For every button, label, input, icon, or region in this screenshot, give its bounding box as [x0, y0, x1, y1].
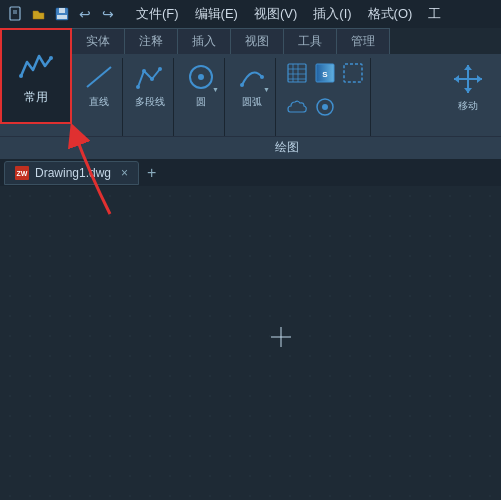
- gradient-btn[interactable]: S: [312, 60, 338, 90]
- svg-point-10: [142, 69, 146, 73]
- menu-more[interactable]: 工: [420, 3, 449, 25]
- svg-point-7: [49, 56, 53, 60]
- doc-tab-icon: ZW: [15, 166, 29, 180]
- svg-point-16: [260, 75, 264, 79]
- svg-rect-5: [57, 15, 67, 19]
- menu-format[interactable]: 格式(O): [360, 3, 421, 25]
- extra-tools-group: S: [280, 58, 371, 136]
- undo-icon[interactable]: ↩: [75, 4, 95, 24]
- svg-rect-25: [344, 64, 362, 82]
- move-tool-group: 移动: [439, 58, 497, 136]
- active-tool-panel: 常用: [0, 28, 72, 124]
- menu-insert[interactable]: 插入(I): [305, 3, 359, 25]
- menu-file[interactable]: 文件(F): [128, 3, 187, 25]
- circle-tool-group: ▼ 圆: [178, 58, 225, 136]
- hatch-btn[interactable]: [284, 60, 310, 90]
- svg-point-27: [322, 104, 328, 110]
- boundary-btn[interactable]: [340, 60, 366, 90]
- line-tool-btn[interactable]: 直线: [80, 58, 118, 112]
- menu-edit[interactable]: 编辑(E): [187, 3, 246, 25]
- svg-text:S: S: [322, 70, 328, 79]
- tab-view[interactable]: 视图: [231, 28, 284, 54]
- tab-insert[interactable]: 插入: [178, 28, 231, 54]
- tab-annotation[interactable]: 注释: [125, 28, 178, 54]
- svg-point-14: [198, 74, 204, 80]
- active-tool-label: 常用: [24, 89, 48, 106]
- circle-tool-btn[interactable]: ▼ 圆: [182, 58, 220, 112]
- section-label: 绘图: [0, 136, 501, 160]
- line-tool-group: 直线: [80, 58, 123, 136]
- ribbon-content: 直线 多段线: [72, 54, 501, 136]
- svg-rect-4: [59, 8, 65, 13]
- svg-point-11: [150, 77, 154, 81]
- save-icon[interactable]: [52, 4, 72, 24]
- tab-solids[interactable]: 实体: [72, 28, 125, 54]
- polyline-tool-btn[interactable]: 多段线: [131, 58, 169, 112]
- new-icon[interactable]: [6, 4, 26, 24]
- polyline-tool-group: 多段线: [127, 58, 174, 136]
- svg-line-8: [87, 67, 111, 87]
- tab-tools[interactable]: 工具: [284, 28, 337, 54]
- active-tool-icon: [16, 47, 56, 87]
- menu-view[interactable]: 视图(V): [246, 3, 305, 25]
- doc-tab-close[interactable]: ×: [121, 166, 128, 180]
- doc-tab-name: Drawing1.dwg: [35, 166, 111, 180]
- move-tool-btn[interactable]: 移动: [447, 58, 489, 116]
- menu-bar: 文件(F) 编辑(E) 视图(V) 插入(I) 格式(O) 工: [128, 0, 449, 28]
- arc-tool-group: ▼ 圆弧: [229, 58, 276, 136]
- arc-tool-btn[interactable]: ▼ 圆弧: [233, 58, 271, 112]
- open-icon[interactable]: [29, 4, 49, 24]
- tab-row: 实体 注释 插入 视图 工具 管理: [72, 28, 390, 54]
- canvas-grid: [0, 186, 501, 500]
- svg-point-15: [240, 83, 244, 87]
- donut-btn[interactable]: [312, 94, 338, 124]
- canvas-area[interactable]: [0, 186, 501, 500]
- svg-point-6: [19, 74, 23, 78]
- doc-tab[interactable]: ZW Drawing1.dwg ×: [4, 161, 139, 185]
- svg-point-9: [136, 85, 140, 89]
- svg-point-12: [158, 67, 162, 71]
- quick-access-bar: ↩ ↪: [0, 0, 124, 28]
- tab-manage[interactable]: 管理: [337, 28, 390, 54]
- doc-tab-bar: ZW Drawing1.dwg × +: [0, 160, 501, 186]
- crosshair: [271, 327, 291, 351]
- redo-icon[interactable]: ↪: [98, 4, 118, 24]
- cloud-btn[interactable]: [284, 94, 310, 124]
- new-doc-btn[interactable]: +: [139, 164, 164, 182]
